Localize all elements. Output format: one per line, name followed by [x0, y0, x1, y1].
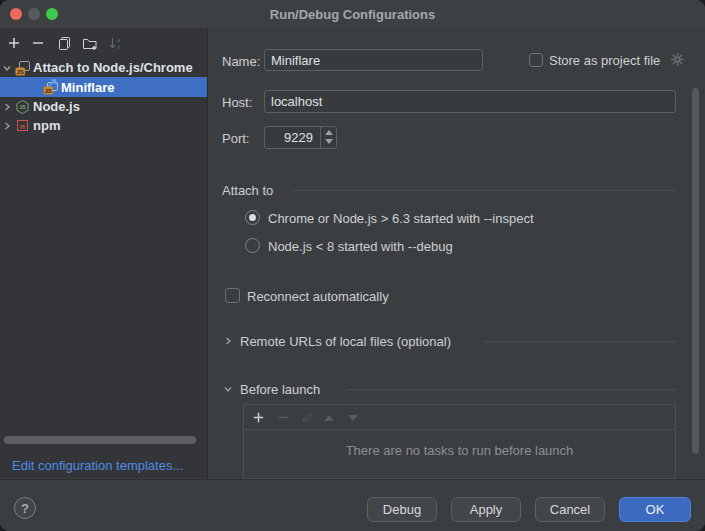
nodejs-icon: JS: [14, 99, 31, 115]
move-task-up-button[interactable]: [320, 409, 337, 426]
host-label: Host:: [222, 95, 252, 110]
move-up-icon: [324, 415, 334, 421]
tree-item-label: Node.js: [33, 99, 80, 114]
edit-configuration-templates-link[interactable]: Edit configuration templates...: [12, 458, 183, 473]
svg-text:JS: JS: [16, 69, 23, 75]
horizontal-scrollbar[interactable]: [4, 436, 196, 444]
radio-selected-dot: [249, 214, 256, 221]
attach-node-run-icon: JS: [42, 79, 59, 95]
remote-urls-section-header[interactable]: Remote URLs of local files (optional): [222, 333, 676, 349]
port-label: Port:: [222, 131, 249, 146]
section-divider: [346, 389, 676, 390]
remove-icon: [31, 36, 45, 50]
new-folder-icon: [82, 36, 98, 51]
chevron-right-icon: [222, 335, 234, 347]
chevron-right-icon[interactable]: [0, 121, 14, 131]
move-task-down-button[interactable]: [344, 409, 361, 426]
before-launch-task-panel: There are no tasks to run before launch: [243, 404, 676, 479]
configurations-sidebar: a z JS Attach to Node.js/Chrome: [0, 28, 208, 478]
svg-text:n: n: [20, 122, 25, 131]
cancel-button[interactable]: Cancel: [535, 497, 605, 522]
reconnect-automatically-label: Reconnect automatically: [247, 289, 389, 304]
name-input[interactable]: [264, 49, 483, 71]
run-debug-configurations-dialog: Run/Debug Configurations a z: [0, 0, 705, 531]
svg-text:z: z: [117, 44, 120, 50]
before-launch-section-label: Before launch: [240, 382, 320, 397]
no-tasks-message: There are no tasks to run before launch: [244, 443, 675, 458]
task-panel-toolbar: [244, 405, 675, 430]
dialog-footer: ? Debug Apply Cancel OK: [0, 479, 705, 531]
chevron-down-icon: [222, 383, 234, 395]
section-divider: [291, 190, 676, 191]
attach-to-section-title: Attach to: [222, 183, 273, 198]
tree-item-label: Attach to Node.js/Chrome: [33, 60, 193, 75]
sort-configurations-button[interactable]: a z: [106, 34, 124, 52]
remote-urls-section-label: Remote URLs of local files (optional): [240, 334, 451, 349]
before-launch-section-header[interactable]: Before launch: [222, 381, 676, 397]
tree-item-label: npm: [33, 118, 60, 133]
add-icon: [7, 36, 21, 50]
add-configuration-button[interactable]: [5, 34, 23, 52]
reconnect-automatically-checkbox[interactable]: [225, 288, 240, 303]
apply-button[interactable]: Apply: [451, 497, 521, 522]
tree-item-npm[interactable]: n npm: [0, 116, 207, 135]
sort-icon: a z: [108, 36, 123, 51]
tree-item-attach-to-nodejs-chrome[interactable]: JS Attach to Node.js/Chrome: [0, 58, 207, 77]
attach-node-icon: JS: [14, 60, 31, 76]
svg-text:JS: JS: [44, 88, 51, 94]
remove-task-button[interactable]: [275, 409, 292, 426]
tree-item-label: Miniflare: [61, 80, 114, 95]
store-as-project-file-label: Store as project file: [549, 53, 660, 68]
tree-item-miniflare[interactable]: JS Miniflare: [0, 77, 207, 97]
debug-button[interactable]: Debug: [367, 497, 437, 522]
host-input[interactable]: [264, 90, 676, 113]
radio-node-debug-label: Node.js < 8 started with --debug: [268, 239, 453, 254]
stepper-up-icon[interactable]: [325, 130, 333, 135]
svg-text:JS: JS: [19, 104, 26, 110]
title-bar: Run/Debug Configurations: [0, 0, 705, 28]
chevron-down-icon[interactable]: [0, 63, 14, 73]
configuration-form: Name: Store as project file Host: Port: …: [208, 28, 705, 479]
name-label: Name:: [222, 54, 260, 69]
copy-configuration-button[interactable]: [55, 34, 73, 52]
gear-icon[interactable]: [670, 52, 685, 71]
vertical-scrollbar[interactable]: [692, 88, 699, 454]
port-stepper: [320, 127, 337, 148]
section-divider: [484, 341, 676, 342]
npm-icon: n: [14, 118, 31, 133]
edit-task-button[interactable]: [299, 409, 316, 426]
remove-configuration-button[interactable]: [29, 34, 47, 52]
store-as-project-file-checkbox[interactable]: [529, 53, 543, 67]
radio-chrome-inspect-label: Chrome or Node.js > 6.3 started with --i…: [268, 211, 534, 226]
svg-text:a: a: [117, 37, 121, 43]
move-down-icon: [348, 415, 358, 421]
edit-icon: [301, 411, 314, 424]
radio-node-debug[interactable]: [245, 238, 260, 253]
add-task-button[interactable]: [250, 409, 267, 426]
remove-icon: [277, 411, 290, 424]
stepper-down-icon[interactable]: [325, 139, 333, 144]
tree-item-nodejs[interactable]: JS Node.js: [0, 97, 207, 116]
chevron-right-icon[interactable]: [0, 102, 14, 112]
help-button[interactable]: ?: [14, 497, 36, 519]
add-icon: [252, 411, 265, 424]
new-folder-button[interactable]: [81, 34, 99, 52]
ok-button[interactable]: OK: [619, 497, 691, 522]
dialog-title: Run/Debug Configurations: [0, 7, 705, 22]
radio-chrome-inspect[interactable]: [245, 210, 260, 225]
copy-icon: [57, 36, 72, 51]
